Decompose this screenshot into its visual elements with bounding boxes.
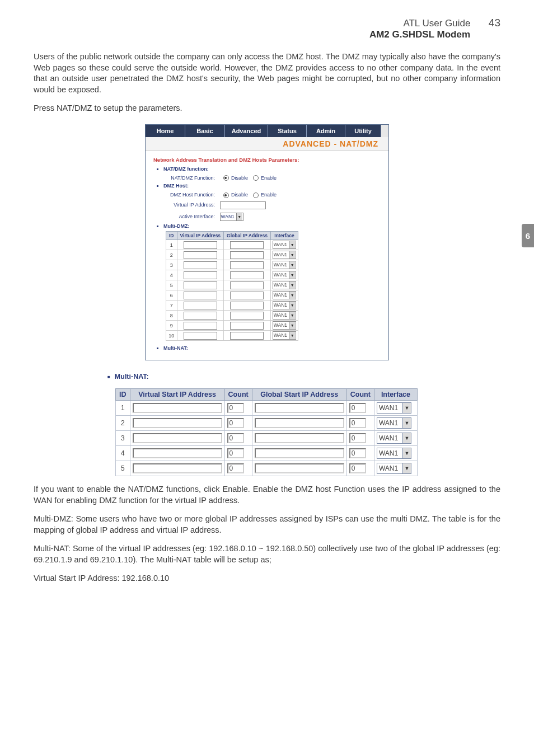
input-global-ip[interactable] <box>230 332 264 340</box>
input-count-global[interactable]: 0 <box>349 403 366 413</box>
input-count-global[interactable]: 0 <box>349 448 366 458</box>
input-virtual-ip[interactable] <box>220 201 266 209</box>
heading-multi-nat-small: Multi-NAT: <box>163 345 383 351</box>
input-virtual-ip[interactable] <box>184 322 217 330</box>
table-row: 500WAN1▼ <box>116 461 418 476</box>
input-virtual-ip[interactable] <box>184 271 217 279</box>
select-interface[interactable]: WAN1▼ <box>377 433 411 444</box>
select-interface[interactable]: WAN1▼ <box>273 281 296 289</box>
page-number: 43 <box>489 17 500 29</box>
input-global-ip[interactable] <box>230 251 264 259</box>
input-global-ip[interactable] <box>230 312 264 320</box>
select-value: WAN1 <box>274 252 287 258</box>
nav-utility[interactable]: Utility <box>345 125 381 137</box>
radio-dmzhost-enable[interactable] <box>253 192 259 198</box>
input-virtual-ip[interactable] <box>184 241 217 249</box>
input-global-ip[interactable] <box>230 241 264 249</box>
select-interface[interactable]: WAN1▼ <box>377 402 411 414</box>
nav-home[interactable]: Home <box>146 125 185 137</box>
chevron-down-icon: ▼ <box>402 448 411 458</box>
select-interface[interactable]: WAN1▼ <box>273 291 296 299</box>
col-iface: Interface <box>374 389 417 401</box>
paragraph-4: Multi-DMZ: Some users who have two or mo… <box>34 514 500 536</box>
input-virtual-ip[interactable] <box>184 312 217 320</box>
input-virtual-start-ip[interactable] <box>133 463 222 473</box>
radio-label-enable: Enable <box>261 175 277 181</box>
input-global-ip[interactable] <box>230 281 264 289</box>
input-virtual-start-ip[interactable] <box>133 403 222 413</box>
select-interface[interactable]: WAN1▼ <box>377 417 411 429</box>
chevron-down-icon: ▼ <box>236 213 242 220</box>
select-interface[interactable]: WAN1▼ <box>377 463 411 474</box>
input-virtual-ip[interactable] <box>184 251 217 259</box>
row-active-interface: Active Interface: WAN1 ▼ <box>166 213 383 221</box>
select-interface[interactable]: WAN1▼ <box>273 321 296 330</box>
section-title: Network Address Translation and DMZ Host… <box>153 157 383 163</box>
cell-id: 10 <box>166 331 177 341</box>
nav-advanced[interactable]: Advanced <box>225 125 268 137</box>
input-global-start-ip[interactable] <box>255 418 344 428</box>
select-interface[interactable]: WAN1▼ <box>273 261 296 269</box>
input-virtual-ip[interactable] <box>184 302 217 309</box>
input-virtual-start-ip[interactable] <box>133 418 222 428</box>
select-value: WAN1 <box>379 403 398 413</box>
input-global-ip[interactable] <box>230 302 264 309</box>
input-global-start-ip[interactable] <box>255 463 344 473</box>
input-global-ip[interactable] <box>230 322 264 330</box>
input-virtual-ip[interactable] <box>184 332 217 340</box>
input-count-virtual[interactable]: 0 <box>227 463 244 473</box>
radio-natdmz-enable[interactable] <box>253 175 259 181</box>
input-count-global[interactable]: 0 <box>349 418 366 428</box>
select-interface[interactable]: WAN1▼ <box>273 251 296 259</box>
input-virtual-ip[interactable] <box>184 281 217 289</box>
nav-spacer <box>381 125 388 137</box>
input-global-start-ip[interactable] <box>255 433 344 443</box>
input-count-global[interactable]: 0 <box>349 463 366 473</box>
input-global-ip[interactable] <box>230 261 264 269</box>
input-count-virtual[interactable]: 0 <box>227 418 244 428</box>
cell-id: 3 <box>166 260 177 270</box>
chevron-down-icon: ▼ <box>402 403 411 413</box>
select-active-interface[interactable]: WAN1 ▼ <box>220 213 243 221</box>
table-row: 9WAN1▼ <box>166 321 298 331</box>
select-value: WAN1 <box>274 272 287 278</box>
nav-basic[interactable]: Basic <box>185 125 225 137</box>
select-interface[interactable]: WAN1▼ <box>273 241 296 249</box>
cell-id: 2 <box>166 250 177 260</box>
input-global-start-ip[interactable] <box>255 403 344 413</box>
cell-id: 1 <box>116 401 130 416</box>
col-vip: Virtual IP Address <box>177 232 224 240</box>
input-count-virtual[interactable]: 0 <box>227 448 244 458</box>
nav-admin[interactable]: Admin <box>307 125 345 137</box>
row-dmz-host-function: DMZ Host Function: Disable Enable <box>166 192 383 198</box>
col-iface: Interface <box>270 232 298 240</box>
input-global-ip[interactable] <box>230 271 264 279</box>
cell-id: 1 <box>166 240 177 250</box>
table-row: 3WAN1▼ <box>166 260 298 270</box>
input-virtual-start-ip[interactable] <box>133 433 222 443</box>
paragraph-5: Multi-NAT: Some of the virtual IP addres… <box>34 543 500 565</box>
select-interface[interactable]: WAN1▼ <box>273 331 296 340</box>
select-interface[interactable]: WAN1▼ <box>273 301 296 309</box>
radio-natdmz-disable[interactable] <box>223 175 229 181</box>
cell-id: 2 <box>116 416 130 431</box>
select-interface[interactable]: WAN1▼ <box>273 311 296 320</box>
input-virtual-start-ip[interactable] <box>133 448 222 458</box>
radio-dmzhost-disable[interactable] <box>223 192 229 198</box>
table-row: 300WAN1▼ <box>116 431 418 446</box>
table-row: 5WAN1▼ <box>166 280 298 290</box>
nav-status[interactable]: Status <box>268 125 307 137</box>
input-virtual-ip[interactable] <box>184 292 217 299</box>
input-global-start-ip[interactable] <box>255 448 344 458</box>
select-interface[interactable]: WAN1▼ <box>273 271 296 279</box>
table-row: 400WAN1▼ <box>116 446 418 461</box>
select-value: WAN1 <box>274 262 287 268</box>
input-count-global[interactable]: 0 <box>349 433 366 443</box>
input-global-ip[interactable] <box>230 292 264 299</box>
input-count-virtual[interactable]: 0 <box>227 433 244 443</box>
page-header: ATL User Guide 43 AM2 G.SHDSL Modem <box>34 17 500 40</box>
select-interface[interactable]: WAN1▼ <box>377 448 411 459</box>
input-virtual-ip[interactable] <box>184 261 217 269</box>
input-count-virtual[interactable]: 0 <box>227 403 244 413</box>
select-value: WAN1 <box>274 322 287 328</box>
